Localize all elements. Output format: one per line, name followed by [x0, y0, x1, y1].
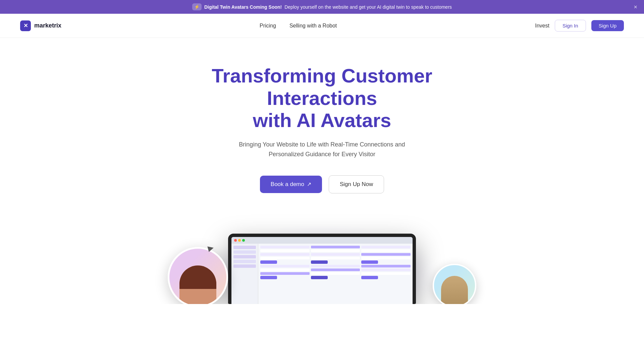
screen-row — [311, 272, 360, 275]
banner-close-button[interactable]: × — [634, 3, 637, 10]
screen-row — [361, 257, 411, 259]
avatar-right — [433, 264, 476, 304]
arrow-icon: ↗ — [307, 181, 311, 187]
dot-red — [234, 239, 237, 242]
screen-row — [361, 246, 411, 248]
banner-icon: ⚡ — [192, 3, 202, 10]
screen-row — [361, 265, 411, 267]
signup-button[interactable]: Sign Up — [591, 20, 624, 31]
screen-row — [311, 249, 360, 252]
laptop-frame — [228, 234, 416, 304]
avatar-body-left — [179, 265, 216, 304]
logo-link[interactable]: ✕ marketrix — [20, 20, 61, 31]
logo-icon: ✕ — [20, 20, 31, 31]
screen-row — [260, 246, 310, 248]
screen-row — [260, 257, 310, 259]
screen-button — [361, 276, 378, 279]
hero-section: Transforming Customer Interactions with … — [0, 38, 644, 227]
screen-column — [361, 246, 411, 302]
avatar-face-left — [169, 249, 226, 304]
screen-main — [258, 244, 413, 304]
screen-row — [361, 249, 411, 252]
nav-actions: Invest Sign In Sign Up — [535, 20, 624, 32]
screen-row — [361, 253, 411, 256]
screen-row — [311, 257, 360, 259]
banner-title: Digital Twin Avatars Coming Soon! — [204, 4, 282, 10]
screen-content — [231, 244, 413, 304]
banner-description: Deploy yourself on the website and get y… — [284, 4, 452, 10]
screen-row — [311, 253, 360, 256]
sidebar-item — [233, 250, 256, 254]
screen-topbar — [231, 237, 413, 244]
dot-yellow — [238, 239, 241, 242]
signup-now-button[interactable]: Sign Up Now — [329, 175, 384, 193]
avatar-hair-left — [179, 265, 216, 289]
avatar-body-right — [441, 276, 468, 304]
screen-row — [260, 272, 310, 275]
hero-subtitle: Bringing Your Website to Life with Real-… — [228, 140, 416, 159]
screen-button — [361, 260, 378, 264]
screen-row — [311, 246, 360, 248]
sidebar-item — [233, 255, 256, 258]
hero-title: Transforming Customer Interactions with … — [188, 65, 456, 132]
screen-row — [260, 268, 310, 271]
avatar-face-right — [434, 265, 475, 304]
logo-text: marketrix — [34, 22, 61, 29]
screen-row — [260, 253, 310, 256]
sidebar-item — [233, 246, 256, 249]
screenshot-container: ▶ — [188, 234, 456, 304]
screen-button — [260, 276, 277, 279]
nav-links: Pricing Selling with a Robot — [260, 23, 337, 29]
sidebar-item — [233, 260, 256, 263]
hero-buttons: Book a demo ↗ Sign Up Now — [260, 175, 384, 193]
book-demo-button[interactable]: Book a demo ↗ — [260, 176, 322, 193]
screen-row — [361, 272, 411, 275]
screen-column — [260, 246, 310, 302]
laptop-screen — [231, 237, 413, 304]
invest-button[interactable]: Invest — [535, 23, 549, 29]
announcement-banner: ⚡ Digital Twin Avatars Coming Soon! Depl… — [0, 0, 644, 14]
navbar: ✕ marketrix Pricing Selling with a Robot… — [0, 14, 644, 38]
nav-link-pricing[interactable]: Pricing — [260, 23, 276, 29]
product-section: ▶ — [0, 227, 644, 304]
screen-row — [260, 249, 310, 252]
dot-green — [242, 239, 245, 242]
screen-button — [311, 260, 328, 264]
screen-row — [361, 268, 411, 271]
screen-button — [311, 276, 328, 279]
screen-button — [260, 260, 277, 264]
sidebar-item — [233, 264, 256, 268]
avatar-left — [168, 247, 228, 304]
screen-row — [311, 265, 360, 267]
nav-link-selling-robot[interactable]: Selling with a Robot — [289, 23, 337, 29]
screen-sidebar — [231, 244, 258, 304]
screen-column — [311, 246, 360, 302]
screen-row — [311, 268, 360, 271]
signin-button[interactable]: Sign In — [555, 20, 586, 32]
screen-row — [260, 265, 310, 267]
